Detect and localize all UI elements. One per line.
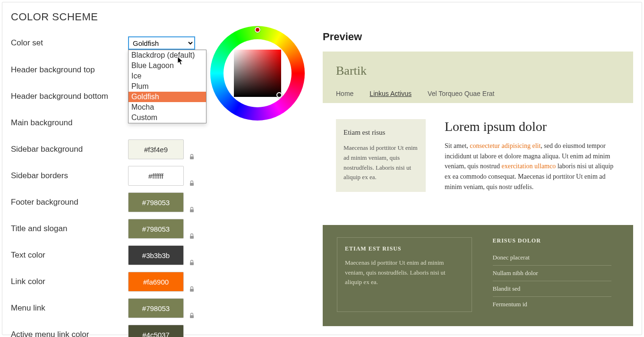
color-scheme-panel: COLOR SCHEME Color set Goldfish Blackdro…	[2, 2, 642, 335]
footer-list-item[interactable]: Blandit sed	[493, 281, 612, 297]
color-set-dropdown-wrap: Goldfish Blackdrop (default)Blue LagoonI…	[128, 36, 195, 50]
svg-rect-0	[190, 156, 194, 159]
preview-nav-item[interactable]: Linkus Activus	[369, 90, 412, 97]
color-field-row: Title and slogan#798053	[11, 217, 209, 240]
color-set-row: Color set Goldfish Blackdrop (default)Bl…	[11, 35, 209, 51]
color-field-row: Footer background#798053	[11, 191, 209, 214]
color-set-option[interactable]: Custom	[129, 112, 206, 123]
footer-list: Donec placeratNullam nibh dolorBlandit s…	[493, 250, 612, 312]
color-set-option[interactable]: Mocha	[129, 102, 206, 112]
color-field-label: Footer background	[11, 198, 128, 207]
color-set-option[interactable]: Ice	[129, 71, 206, 81]
color-field-row: Menu link#798053	[11, 297, 209, 320]
color-set-option[interactable]: Blue Lagoon	[129, 60, 206, 71]
preview-main: Etiam est risus Maecenas id porttitor Ut…	[323, 103, 633, 208]
lock-icon[interactable]	[189, 259, 195, 266]
color-swatch[interactable]: #798053	[128, 298, 184, 318]
color-wheel[interactable]	[210, 26, 305, 121]
color-field-label: Main background	[11, 118, 128, 128]
preview-nav: HomeLinkus ActivusVel Torqueo Quae Erat	[323, 85, 633, 103]
lock-icon[interactable]	[189, 180, 195, 187]
color-set-dropdown-list[interactable]: Blackdrop (default)Blue LagoonIcePlumGol…	[128, 50, 206, 123]
footer-block-right: ERISUS DOLOR Donec placeratNullam nibh d…	[485, 237, 619, 312]
lock-icon[interactable]	[189, 312, 195, 319]
saturation-value-square[interactable]	[234, 50, 281, 97]
footer-block-left: ETIAM EST RISUS Maecenas id porttitor Ut…	[337, 237, 472, 312]
color-swatch[interactable]: #3b3b3b	[128, 245, 184, 265]
preview-content-title: Lorem ipsum dolor	[445, 119, 620, 134]
svg-rect-2	[190, 209, 194, 212]
preview-sitename: Bartik	[336, 64, 620, 78]
svg-rect-1	[190, 183, 194, 186]
color-field-row: Link color#fa6900	[11, 270, 209, 293]
color-field-label: Menu link	[11, 303, 128, 313]
preview-link[interactable]: exercitation ullamco	[502, 163, 556, 170]
preview-box: Bartik HomeLinkus ActivusVel Torqueo Qua…	[323, 52, 633, 208]
color-field-label: Sidebar borders	[11, 171, 128, 181]
lock-icon[interactable]	[189, 154, 195, 160]
color-swatch[interactable]: #798053	[128, 219, 184, 239]
svg-rect-5	[190, 289, 194, 292]
color-swatch[interactable]: #fa6900	[128, 272, 184, 292]
panel-title: COLOR SCHEME	[11, 11, 633, 23]
preview-header: Bartik	[323, 52, 633, 85]
color-picker[interactable]	[210, 26, 305, 121]
color-field-label: Title and slogan	[11, 224, 128, 233]
svg-rect-6	[190, 315, 194, 318]
sv-handle[interactable]	[276, 92, 282, 98]
left-column: Color set Goldfish Blackdrop (default)Bl…	[11, 35, 209, 337]
color-set-option[interactable]: Goldfish	[129, 92, 206, 102]
color-field-row: Sidebar borders#ffffff	[11, 164, 209, 187]
preview-nav-item[interactable]: Vel Torqueo Quae Erat	[428, 90, 494, 97]
color-field-label: Header background top	[11, 65, 128, 75]
color-swatch[interactable]: #798053	[128, 192, 184, 212]
color-set-label: Color set	[11, 38, 128, 48]
preview-footer: ETIAM EST RISUS Maecenas id porttitor Ut…	[323, 225, 633, 326]
content-text: Sit amet,	[445, 142, 470, 149]
footer-left-body: Maecenas id porttitor Ut enim ad minim v…	[345, 258, 464, 286]
preview-sidebar-title: Etiam est risus	[343, 129, 418, 137]
preview-nav-item[interactable]: Home	[336, 90, 353, 97]
preview-content: Lorem ipsum dolor Sit amet, consectetur …	[445, 119, 620, 192]
lock-icon[interactable]	[189, 233, 195, 240]
footer-left-title: ETIAM EST RISUS	[345, 245, 464, 252]
color-swatch[interactable]: #f3f4e9	[128, 139, 184, 159]
color-field-label: Active menu link color	[11, 330, 128, 337]
footer-right-title: ERISUS DOLOR	[493, 237, 612, 244]
preview-column: Preview Bartik HomeLinkus ActivusVel Tor…	[323, 31, 633, 326]
color-field-row: Text color#3b3b3b	[11, 244, 209, 267]
footer-list-item[interactable]: Donec placerat	[493, 250, 612, 266]
lock-icon[interactable]	[189, 286, 195, 293]
footer-list-item[interactable]: Fermentum id	[493, 297, 612, 312]
color-set-select[interactable]: Goldfish	[128, 36, 195, 50]
preview-sidebar: Etiam est risus Maecenas id porttitor Ut…	[336, 119, 426, 192]
color-field-row: Active menu link color#4c5037	[11, 323, 209, 337]
color-swatch[interactable]: #ffffff	[128, 166, 184, 186]
preview-content-body: Sit amet, consectetur adipisicing elit, …	[445, 141, 620, 192]
color-field-label: Header background bottom	[11, 92, 128, 101]
color-set-option[interactable]: Blackdrop (default)	[129, 50, 206, 60]
hue-handle[interactable]	[255, 27, 260, 33]
preview-link[interactable]: consectetur adipisicing elit	[470, 142, 541, 149]
color-field-label: Sidebar background	[11, 145, 128, 154]
color-field-row: Sidebar background#f3f4e9	[11, 138, 209, 161]
preview-heading: Preview	[323, 31, 633, 43]
color-field-label: Link color	[11, 277, 128, 286]
lock-icon[interactable]	[189, 207, 195, 213]
color-set-option[interactable]: Plum	[129, 81, 206, 92]
preview-sidebar-body: Maecenas id porttitor Ut enim ad minim v…	[343, 143, 418, 182]
svg-rect-4	[190, 262, 194, 265]
color-field-label: Text color	[11, 251, 128, 260]
svg-rect-3	[190, 236, 194, 239]
color-swatch[interactable]: #4c5037	[128, 325, 184, 337]
footer-list-item[interactable]: Nullam nibh dolor	[493, 266, 612, 281]
